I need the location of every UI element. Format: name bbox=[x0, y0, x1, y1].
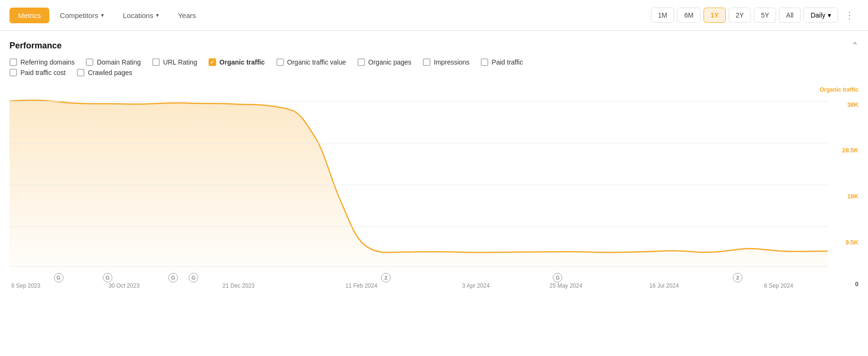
tab-years[interactable]: Years bbox=[169, 8, 204, 23]
checkbox-paid-traffic[interactable] bbox=[481, 58, 488, 66]
metric-paid-traffic[interactable]: Paid traffic bbox=[481, 58, 523, 66]
num-marker-2: 2 bbox=[733, 273, 742, 282]
grid-line-1 bbox=[9, 101, 828, 102]
daily-dropdown[interactable]: Daily ▾ bbox=[804, 8, 838, 23]
label-organic-traffic-value: Organic traffic value bbox=[287, 58, 346, 66]
daily-label: Daily bbox=[811, 11, 825, 19]
g-marker-5: G bbox=[553, 273, 562, 282]
label-url-rating: URL Rating bbox=[163, 58, 197, 66]
chart-svg bbox=[9, 82, 828, 272]
metric-organic-traffic-value[interactable]: Organic traffic value bbox=[276, 58, 346, 66]
x-label-may2024: 25 May 2024 bbox=[549, 282, 582, 289]
checkbox-crawled-pages[interactable] bbox=[77, 69, 84, 76]
top-bar: Metrics Competitors Locations Years 1M 6… bbox=[0, 0, 868, 31]
label-paid-traffic: Paid traffic bbox=[492, 58, 523, 66]
performance-header: Performance ⌃ bbox=[9, 40, 859, 51]
metrics-row-1: Referring domains Domain Rating URL Rati… bbox=[9, 58, 859, 66]
chart-area: Organic traffic 38K 28.5K 19K 9.5K 0 bbox=[9, 82, 859, 291]
metric-impressions[interactable]: Impressions bbox=[423, 58, 469, 66]
collapse-button[interactable]: ⌃ bbox=[851, 40, 859, 51]
more-options-button[interactable]: ⋮ bbox=[841, 8, 859, 23]
y-label-19k: 19K bbox=[847, 193, 859, 200]
label-impressions: Impressions bbox=[434, 58, 469, 66]
checkbox-domain-rating[interactable] bbox=[86, 58, 93, 66]
period-6m[interactable]: 6M bbox=[677, 8, 700, 23]
y-label-0: 0 bbox=[855, 281, 859, 288]
metric-organic-traffic[interactable]: Organic traffic bbox=[209, 58, 265, 66]
g-marker-3: G bbox=[168, 273, 178, 282]
tab-locations[interactable]: Locations bbox=[114, 8, 167, 23]
period-all[interactable]: All bbox=[779, 8, 801, 23]
checkbox-organic-traffic-value[interactable] bbox=[276, 58, 284, 66]
period-5y[interactable]: 5Y bbox=[754, 8, 776, 23]
metric-domain-rating[interactable]: Domain Rating bbox=[86, 58, 141, 66]
metric-crawled-pages[interactable]: Crawled pages bbox=[77, 69, 132, 76]
x-label-jul2024: 16 Jul 2024 bbox=[649, 282, 679, 289]
x-label-apr2024: 3 Apr 2024 bbox=[462, 282, 490, 289]
checkbox-organic-pages[interactable] bbox=[357, 58, 365, 66]
label-crawled-pages: Crawled pages bbox=[88, 69, 132, 76]
tab-competitors[interactable]: Competitors bbox=[51, 8, 112, 23]
label-organic-pages: Organic pages bbox=[368, 58, 411, 66]
g-marker-4: G bbox=[189, 273, 198, 282]
checkbox-impressions[interactable] bbox=[423, 58, 430, 66]
x-label-oct2023: 30 Oct 2023 bbox=[109, 282, 139, 289]
chevron-down-icon: ▾ bbox=[828, 11, 831, 19]
top-bar-right: 1M 6M 1Y 2Y 5Y All Daily ▾ ⋮ bbox=[651, 8, 859, 23]
checkbox-url-rating[interactable] bbox=[152, 58, 160, 66]
performance-section: Performance ⌃ Referring domains Domain R… bbox=[0, 31, 868, 291]
metric-organic-pages[interactable]: Organic pages bbox=[357, 58, 411, 66]
label-organic-traffic: Organic traffic bbox=[219, 58, 265, 66]
y-label-95k: 9.5K bbox=[846, 239, 859, 246]
x-label-dec2023: 21 Dec 2023 bbox=[222, 282, 255, 289]
grid-line-2 bbox=[9, 143, 828, 143]
period-1m[interactable]: 1M bbox=[651, 8, 674, 23]
checkbox-referring-domains[interactable] bbox=[9, 58, 17, 66]
label-paid-traffic-cost: Paid traffic cost bbox=[20, 69, 65, 76]
label-domain-rating: Domain Rating bbox=[97, 58, 141, 66]
tab-metrics[interactable]: Metrics bbox=[9, 8, 49, 23]
grid-line-5 bbox=[9, 266, 828, 267]
top-bar-tabs: Metrics Competitors Locations Years bbox=[9, 8, 204, 23]
num-marker-1: 2 bbox=[381, 273, 391, 282]
metric-url-rating[interactable]: URL Rating bbox=[152, 58, 197, 66]
metrics-row-2: Paid traffic cost Crawled pages bbox=[9, 69, 859, 76]
performance-title: Performance bbox=[9, 41, 62, 51]
metric-paid-traffic-cost[interactable]: Paid traffic cost bbox=[9, 69, 65, 76]
grid-line-3 bbox=[9, 185, 828, 185]
y-label-285k: 28.5K bbox=[842, 147, 859, 154]
label-referring-domains: Referring domains bbox=[20, 58, 74, 66]
x-label-sep2024: 6 Sep 2024 bbox=[764, 282, 793, 289]
chart-container bbox=[9, 82, 828, 272]
checkbox-organic-traffic[interactable] bbox=[209, 58, 216, 66]
g-marker-2: G bbox=[103, 273, 112, 282]
g-marker-1: G bbox=[54, 273, 64, 282]
checkbox-paid-traffic-cost[interactable] bbox=[9, 69, 17, 76]
chart-area-fill bbox=[9, 100, 828, 272]
period-1y[interactable]: 1Y bbox=[704, 8, 726, 23]
y-label-38k: 38K bbox=[847, 101, 859, 108]
x-axis: G G G G G 2 2 8 Sep 2023 30 Oct 2023 21 … bbox=[9, 272, 828, 291]
metric-referring-domains[interactable]: Referring domains bbox=[9, 58, 74, 66]
x-label-feb2024: 11 Feb 2024 bbox=[345, 282, 377, 289]
grid-line-4 bbox=[9, 226, 828, 227]
x-label-sep2023: 8 Sep 2023 bbox=[11, 282, 40, 289]
period-2y[interactable]: 2Y bbox=[729, 8, 751, 23]
